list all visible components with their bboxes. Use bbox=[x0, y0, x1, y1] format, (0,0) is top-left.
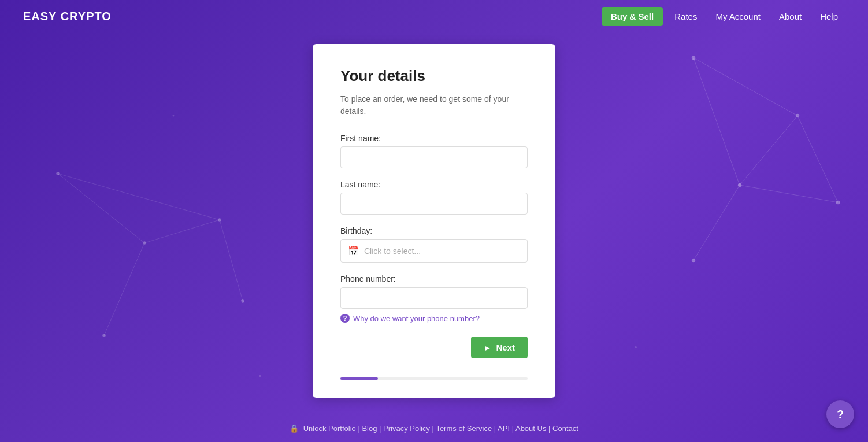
last-name-group: Last name: bbox=[340, 180, 528, 215]
birthday-group: Birthday: 📅 Click to select... bbox=[340, 226, 528, 263]
progress-bar-wrapper bbox=[340, 370, 528, 380]
help-link[interactable]: Help bbox=[813, 8, 845, 25]
footer-privacy-policy[interactable]: Privacy Policy bbox=[383, 424, 430, 433]
birthday-picker[interactable]: 📅 Click to select... bbox=[340, 239, 528, 263]
last-name-input[interactable] bbox=[340, 193, 528, 215]
first-name-input[interactable] bbox=[340, 146, 528, 168]
lock-icon: 🔒 bbox=[290, 424, 299, 433]
footer: 🔒 Unlock Portfolio | Blog | Privacy Poli… bbox=[0, 415, 868, 442]
nav-links: Buy & Sell Rates My Account About Help bbox=[602, 7, 845, 26]
next-button-label: Next bbox=[496, 342, 515, 352]
navbar: EASY CRYPTO Buy & Sell Rates My Account … bbox=[0, 0, 868, 32]
brand-logo[interactable]: EASY CRYPTO bbox=[23, 10, 112, 23]
progress-bar-fill bbox=[340, 377, 378, 380]
footer-api[interactable]: API bbox=[498, 424, 510, 433]
next-button[interactable]: ► Next bbox=[471, 337, 528, 358]
floating-help-icon: ? bbox=[837, 408, 844, 421]
account-link[interactable]: My Account bbox=[709, 8, 767, 25]
footer-unlock-portfolio[interactable]: Unlock Portfolio bbox=[303, 424, 356, 433]
first-name-group: First name: bbox=[340, 134, 528, 168]
phone-label: Phone number: bbox=[340, 274, 528, 283]
phone-input[interactable] bbox=[340, 287, 528, 309]
phone-group: Phone number: ? Why do we want your phon… bbox=[340, 274, 528, 323]
footer-about-us[interactable]: About Us bbox=[515, 424, 546, 433]
phone-help-text: Why do we want your phone number? bbox=[353, 314, 480, 323]
calendar-icon: 📅 bbox=[348, 245, 359, 256]
floating-help-button[interactable]: ? bbox=[826, 400, 854, 428]
phone-help-link[interactable]: ? Why do we want your phone number? bbox=[340, 314, 528, 323]
next-arrow-icon: ► bbox=[484, 343, 492, 352]
card-footer: ► Next bbox=[340, 337, 528, 358]
birthday-placeholder: Click to select... bbox=[364, 246, 421, 256]
footer-links: 🔒 Unlock Portfolio | Blog | Privacy Poli… bbox=[9, 424, 859, 433]
card-subtitle: To place an order, we need to get some o… bbox=[340, 93, 528, 117]
footer-contact[interactable]: Contact bbox=[552, 424, 578, 433]
footer-blog[interactable]: Blog bbox=[362, 424, 377, 433]
first-name-label: First name: bbox=[340, 134, 528, 143]
birthday-label: Birthday: bbox=[340, 226, 528, 235]
details-card: Your details To place an order, we need … bbox=[313, 44, 555, 398]
main-content: Your details To place an order, we need … bbox=[0, 32, 868, 410]
footer-terms[interactable]: Terms of Service bbox=[436, 424, 492, 433]
progress-bar-track bbox=[340, 377, 528, 380]
last-name-label: Last name: bbox=[340, 180, 528, 189]
buy-sell-button[interactable]: Buy & Sell bbox=[602, 7, 663, 26]
about-link[interactable]: About bbox=[772, 8, 808, 25]
rates-link[interactable]: Rates bbox=[667, 8, 704, 25]
card-title: Your details bbox=[340, 67, 528, 85]
help-circle-icon: ? bbox=[340, 314, 350, 323]
